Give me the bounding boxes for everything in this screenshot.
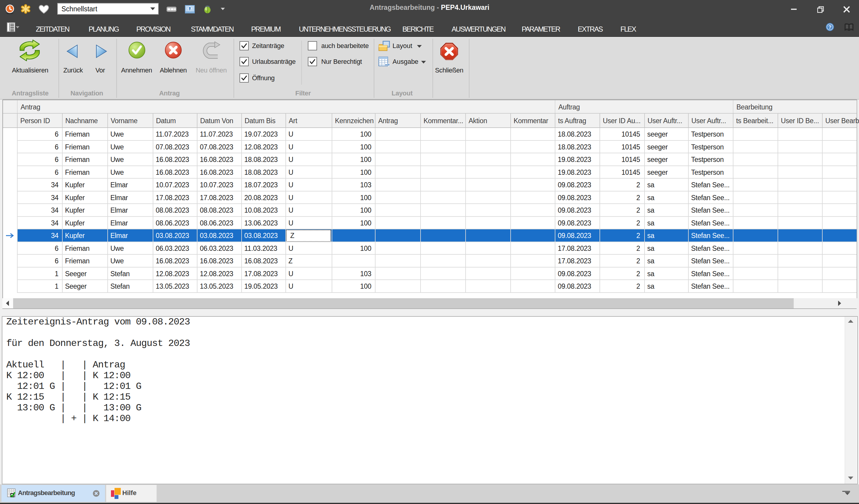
- svg-text:?: ?: [828, 25, 831, 30]
